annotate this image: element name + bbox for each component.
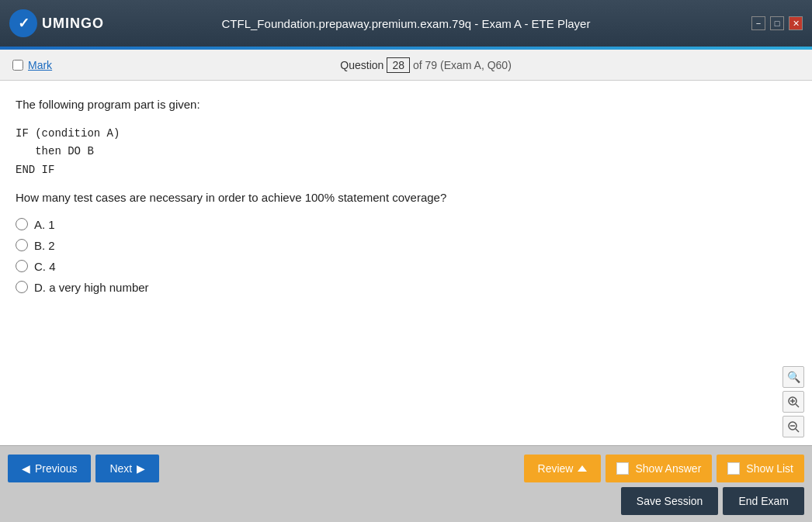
code-line-3: END IF [16,161,796,180]
mark-checkbox[interactable] [12,60,23,71]
question-header: Mark Question 28 of 79 (Exam A, Q60) [0,50,812,81]
option-d-text: D. a very high number [34,281,149,294]
next-label: Next [109,462,132,475]
logo-text: UMINGO [42,16,104,32]
answer-options: A. 1 B. 2 C. 4 D. a very high number [16,218,796,294]
show-list-button[interactable]: Show List [717,455,804,482]
question-total: of 79 (Exam A, Q60) [413,59,512,71]
svg-line-5 [796,429,799,432]
show-list-checkbox-icon [727,462,740,475]
close-button[interactable]: ✕ [789,16,803,30]
question-label: Question [340,59,383,71]
toolbar-row-1: ◀ Previous Next ▶ Review Show Answer Sho… [8,455,804,482]
show-list-label: Show List [746,462,793,475]
option-b-text: B. 2 [34,239,55,252]
title-bar: UMINGO CTFL_Foundation.prepaway.premium.… [0,0,812,47]
logo-area: UMINGO [9,9,104,37]
minimize-button[interactable]: − [751,16,765,30]
zoom-out-icon[interactable] [783,416,804,437]
search-icon[interactable]: 🔍 [783,366,804,388]
next-chevron-right: ▶ [137,462,145,475]
radio-d[interactable] [16,281,28,293]
end-exam-button[interactable]: End Exam [723,487,804,515]
option-a-text: A. 1 [34,218,55,231]
option-a[interactable]: A. 1 [16,218,796,231]
option-c-text: C. 4 [34,260,56,273]
question-prompt: How many test cases are necessary in ord… [16,191,796,204]
next-button[interactable]: Next ▶ [95,455,159,482]
code-line-2: then DO B [16,143,796,161]
save-session-button[interactable]: Save Session [621,487,719,515]
option-d[interactable]: D. a very high number [16,281,796,294]
svg-line-1 [796,404,799,407]
maximize-button[interactable]: □ [770,16,784,30]
radio-c[interactable] [16,260,28,272]
mark-label[interactable]: Mark [28,59,52,71]
side-icons: 🔍 [783,366,804,437]
logo-icon [9,9,37,37]
save-session-label: Save Session [637,495,703,507]
question-intro: The following program part is given: [16,96,796,114]
radio-b[interactable] [16,239,28,251]
bottom-toolbar: ◀ Previous Next ▶ Review Show Answer Sho… [0,445,812,522]
toolbar-row-2: Save Session End Exam [8,487,804,515]
review-caret-icon [578,465,587,472]
show-answer-button[interactable]: Show Answer [606,455,712,482]
previous-label: Previous [35,462,77,475]
window-title: CTFL_Foundation.prepaway.premium.exam.79… [222,17,591,30]
main-content: The following program part is given: IF … [0,81,812,445]
previous-chevron-left: ◀ [22,462,30,475]
review-button[interactable]: Review [524,455,602,482]
end-exam-label: End Exam [738,495,789,507]
radio-a[interactable] [16,218,28,230]
zoom-in-icon[interactable] [783,391,804,413]
code-line-1: IF (condition A) [16,125,796,143]
window-controls: − □ ✕ [751,16,803,30]
show-answer-label: Show Answer [635,462,701,475]
option-b[interactable]: B. 2 [16,239,796,252]
show-answer-checkbox-icon [616,462,629,475]
review-label: Review [538,462,574,475]
mark-area[interactable]: Mark [12,59,52,71]
option-c[interactable]: C. 4 [16,260,796,273]
previous-button[interactable]: ◀ Previous [8,455,91,482]
question-number-area: Question 28 of 79 (Exam A, Q60) [340,57,511,73]
question-number: 28 [387,57,410,73]
code-block: IF (condition A) then DO B END IF [16,125,796,180]
